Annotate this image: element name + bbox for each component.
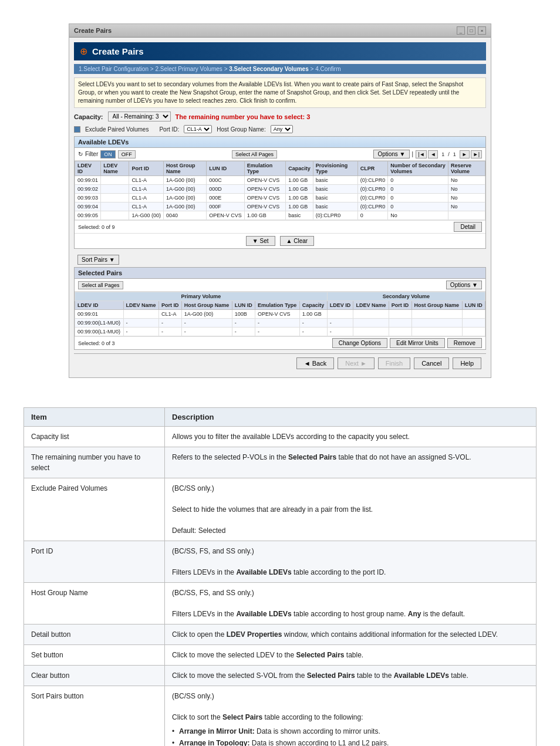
help-button[interactable]: Help: [453, 357, 481, 369]
sort-pairs-row: Sort Pairs ▼: [74, 252, 486, 267]
dialog-title: Create Pairs: [92, 46, 144, 56]
desc-set-button: Click to move the selected LDEV to the S…: [165, 645, 537, 666]
sp-selected-count-text: Selected: 0 of 3: [78, 340, 115, 346]
item-clear-button: Clear button: [24, 666, 165, 686]
col-ldev-id: LDEV ID: [75, 161, 101, 176]
table-row[interactable]: 00:99:01CL1-A1A-G00 (00)000COPEN-V CVS1.…: [75, 176, 485, 185]
cancel-button[interactable]: Cancel: [414, 357, 449, 369]
edit-mirror-units-button[interactable]: Edit Mirror Units: [390, 338, 445, 348]
change-options-button[interactable]: Change Options: [332, 338, 387, 348]
breadcrumb-step1[interactable]: 1.Select Pair Configuration: [79, 66, 149, 72]
available-ldevs-header: Available LDEVs: [75, 137, 485, 148]
first-page-button[interactable]: |◄: [416, 150, 427, 158]
page-divider: /: [448, 151, 450, 157]
desc-detail-button: Click to open the LDEV Properties window…: [165, 625, 537, 645]
sp-selected-count-row: Selected: 0 of 3 Change Options Edit Mir…: [75, 336, 485, 349]
finish-button[interactable]: Finish: [378, 357, 410, 369]
desc-port-id: (BC/SS, FS, and SS only.) Filters LDEVs …: [165, 541, 537, 583]
window-titlebar: Create Pairs _ □ ×: [69, 24, 491, 38]
doc-content: Item Description Capacity list Allows yo…: [0, 396, 560, 746]
page-total: 1: [451, 151, 458, 158]
table-row[interactable]: 00:99:00(L1-MU0)-------: [75, 319, 485, 328]
table-row[interactable]: 00:99:00(L1-MU0)-------: [75, 328, 485, 336]
col-num-secondary: Number of Secondary Volumes: [388, 161, 448, 176]
breadcrumb-step4[interactable]: 4.Confirm: [315, 66, 340, 72]
col-clpr: CLPR: [357, 161, 388, 176]
select-all-pages-sp-button[interactable]: Select all Pages: [78, 281, 123, 289]
filter-off-button[interactable]: OFF: [118, 150, 136, 158]
item-remaining-number: The remaining number you have to select: [24, 447, 165, 478]
set-button[interactable]: ▼ Set: [246, 236, 275, 246]
nav-separator: |: [412, 151, 414, 157]
hp-icon: ⊕: [80, 46, 87, 57]
table-row[interactable]: 00:99:04CL1-A1A-G00 (00)000FOPEN-V CVS1.…: [75, 202, 485, 211]
host-group-select[interactable]: Any: [271, 125, 293, 133]
col-host-group: Host Group Name: [163, 161, 206, 176]
next-button[interactable]: Next ►: [338, 357, 375, 369]
window-title: Create Pairs: [74, 27, 112, 34]
desc-capacity-list: Allows you to filter the available LDEVs…: [165, 427, 537, 447]
col-provisioning: Provisioning Type: [313, 161, 357, 176]
prev-page-button[interactable]: ◄: [428, 150, 438, 158]
item-sort-pairs-button: Sort Pairs button: [24, 686, 165, 747]
col-lun-id: LUN ID: [207, 161, 245, 176]
list-item: Port ID (BC/SS, FS, and SS only.) Filter…: [24, 541, 537, 583]
filter-on-button[interactable]: ON: [100, 150, 116, 158]
selected-pairs-toolbar: Select all Pages Options ▼: [75, 279, 485, 292]
dialog-screenshot: Create Pairs _ □ × ⊕ Create Pairs 1.Sele…: [69, 23, 491, 378]
breadcrumb-step2[interactable]: 2.Select Primary Volumes: [155, 66, 222, 72]
primary-volume-header: Primary Volume: [75, 292, 328, 301]
selected-pairs-header: Selected Pairs: [75, 268, 485, 279]
list-item: Sort Pairs button (BC/SS only.) Click to…: [24, 686, 537, 747]
host-group-label: Host Group Name:: [217, 126, 265, 133]
available-ldevs-table: LDEV ID LDEV Name Port ID Host Group Nam…: [75, 161, 485, 220]
action-row: ▼ Set ▲ Clear: [75, 233, 485, 248]
clear-button[interactable]: ▲ Clear: [280, 236, 315, 246]
exclude-label: Exclude Paired Volumes: [85, 126, 149, 133]
available-options-button[interactable]: Options ▼: [373, 150, 409, 158]
port-id-select[interactable]: CL1-A: [184, 125, 212, 133]
item-exclude-paired: Exclude Paired Volumes: [24, 478, 165, 541]
capacity-select[interactable]: All - Remaining: 3: [108, 112, 171, 121]
last-page-button[interactable]: ►|: [471, 150, 482, 158]
dialog-footer: ◄ Back Next ► Finish Cancel Help: [74, 353, 486, 373]
back-button[interactable]: ◄ Back: [296, 357, 334, 369]
sort-pairs-button[interactable]: Sort Pairs ▼: [77, 255, 119, 265]
col-ldev-name: LDEV Name: [101, 161, 129, 176]
item-capacity-list: Capacity list: [24, 427, 165, 447]
exclude-checkbox[interactable]: [74, 126, 80, 133]
capacity-row: Capacity: All - Remaining: 3 The remaini…: [74, 112, 486, 121]
list-item: Capacity list Allows you to filter the a…: [24, 427, 537, 447]
item-detail-button: Detail button: [24, 625, 165, 645]
description-table: Item Description Capacity list Allows yo…: [23, 407, 537, 746]
next-page-button[interactable]: ►: [460, 150, 470, 158]
close-button[interactable]: ×: [478, 26, 486, 35]
col-reserve: Reserve Volume: [448, 161, 485, 176]
selected-pairs-options-button[interactable]: Options ▼: [446, 281, 482, 289]
page-current: 1: [439, 151, 447, 158]
filter-bar: ↻ Filter ON OFF Select All Pages Options…: [75, 148, 485, 161]
remaining-text: The remaining number you have to select:…: [176, 113, 311, 120]
secondary-volume-header: Secondary Volume: [327, 292, 485, 301]
maximize-button[interactable]: □: [467, 26, 475, 35]
selected-count-text: Selected: 0 of 9: [78, 224, 115, 230]
col-emulation: Emulation Type: [244, 161, 285, 176]
desc-host-group-name: (BC/SS, FS, and SS only.) Filters LDEVs …: [165, 583, 537, 625]
exclude-row: Exclude Paired Volumes Port ID: CL1-A Ho…: [74, 125, 486, 133]
breadcrumb-step3[interactable]: 3.Select Secondary Volumes: [229, 66, 308, 72]
minimize-button[interactable]: _: [457, 26, 465, 35]
window-controls: _ □ ×: [457, 26, 486, 35]
desc-remaining-number: Refers to the selected P-VOLs in the Sel…: [165, 447, 537, 478]
list-item: Clear button Click to move the selected …: [24, 666, 537, 686]
select-all-pages-button[interactable]: Select All Pages: [232, 150, 277, 158]
list-item: Detail button Click to open the LDEV Pro…: [24, 625, 537, 645]
table-row[interactable]: 00:99:03CL1-A1A-G00 (00)000EOPEN-V CVS1.…: [75, 194, 485, 202]
desc-exclude-paired: (BC/SS only.) Select to hide the volumes…: [165, 478, 537, 541]
col-header-desc: Description: [165, 408, 537, 427]
detail-button[interactable]: Detail: [454, 222, 482, 232]
table-row[interactable]: 00:99:051A-G00 (00)0040OPEN-V CVS1.00 GB…: [75, 211, 485, 220]
remove-button[interactable]: Remove: [447, 338, 482, 348]
refresh-icon[interactable]: ↻: [78, 151, 83, 157]
table-row[interactable]: 00:99:02CL1-A1A-G00 (00)000DOPEN-V CVS1.…: [75, 185, 485, 194]
table-row[interactable]: 00:99:01CL1-A1A-G00 (00)100BOPEN-V CVS1.…: [75, 310, 485, 319]
